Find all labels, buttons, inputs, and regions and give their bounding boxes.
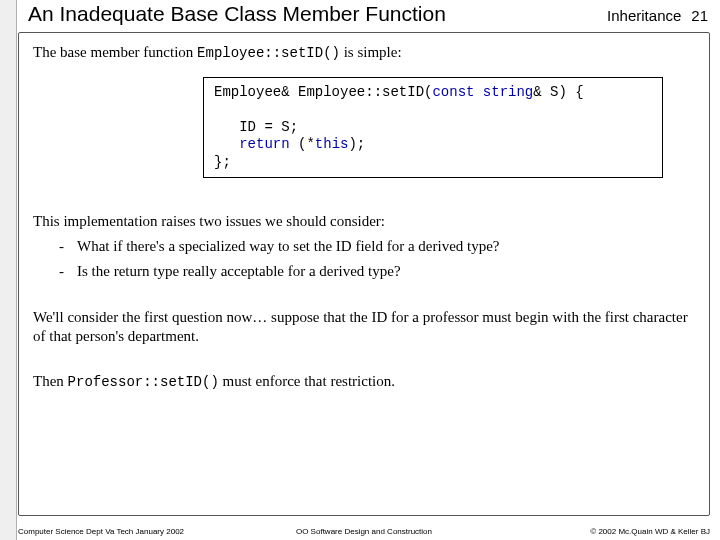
slide: An Inadequate Base Class Member Function… [0, 0, 720, 540]
paragraph-2: Then Professor::setID() must enforce tha… [33, 372, 695, 392]
page-title: An Inadequate Base Class Member Function [28, 2, 446, 26]
code-line1: ID = S; [239, 119, 298, 135]
intro-prefix: The base member function [33, 44, 197, 60]
bullet-text-1: What if there's a specialized way to set… [77, 237, 500, 256]
bullet-list: - What if there's a specialized way to s… [33, 237, 695, 281]
decor-left-strip [0, 0, 17, 540]
section-label: Inheritance [607, 7, 681, 24]
list-item: - Is the return type really acceptable f… [59, 262, 695, 281]
paragraph-1: We'll consider the first question now… s… [33, 308, 695, 346]
code-line2-rest: (* [290, 136, 315, 152]
code-line2-indent [214, 136, 239, 152]
bullet-dash-icon: - [59, 262, 77, 281]
header-right: Inheritance 21 [607, 7, 708, 25]
para2-code: Professor::setID() [68, 374, 219, 390]
bullet-text-2: Is the return type really acceptable for… [77, 262, 401, 281]
para2-prefix: Then [33, 373, 68, 389]
code-kw-const: const [432, 84, 474, 100]
intro-code: Employee::setID() [197, 45, 340, 61]
code-sig-mid [474, 84, 482, 100]
issues-intro: This implementation raises two issues we… [33, 212, 695, 231]
content-frame: The base member function Employee::setID… [18, 32, 710, 516]
bullet-dash-icon: - [59, 237, 77, 256]
spacer [33, 292, 695, 308]
code-sig-left: Employee& Employee::setID( [214, 84, 432, 100]
spacer [33, 346, 695, 372]
footer-center: OO Software Design and Construction [18, 527, 710, 536]
code-line1-indent [214, 119, 239, 135]
code-sig-right: & S) { [533, 84, 583, 100]
list-item: - What if there's a specialized way to s… [59, 237, 695, 256]
header: An Inadequate Base Class Member Function… [0, 0, 720, 26]
code-box: Employee& Employee::setID(const string& … [203, 77, 663, 179]
code-kw-string: string [483, 84, 533, 100]
code-line2-tail: ); [348, 136, 365, 152]
intro-line: The base member function Employee::setID… [33, 43, 695, 63]
code-kw-this: this [315, 136, 349, 152]
code-kw-return: return [239, 136, 289, 152]
page-number: 21 [691, 7, 708, 24]
spacer [33, 196, 695, 212]
footer: Computer Science Dept Va Tech January 20… [18, 527, 710, 536]
para2-suffix: must enforce that restriction. [219, 373, 395, 389]
intro-suffix: is simple: [340, 44, 402, 60]
code-close: }; [214, 154, 231, 170]
